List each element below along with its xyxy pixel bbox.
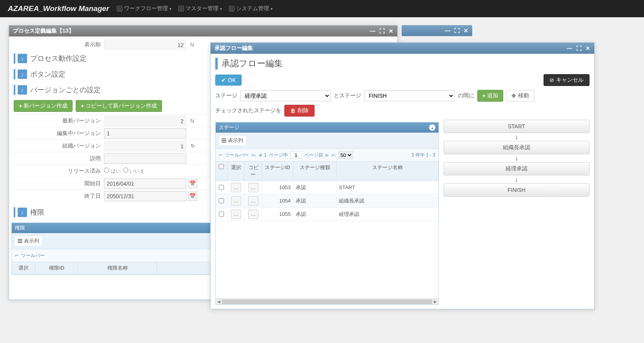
page-end: ページ目 — [304, 152, 323, 159]
table-row: ……1054承認組織長承認 — [216, 194, 438, 208]
pager-next-icon[interactable]: ▶ — [326, 152, 329, 158]
copy-row-button[interactable]: … — [248, 210, 258, 219]
latest-version-letter: N — [188, 118, 196, 124]
maximize-icon[interactable]: ⛶ — [454, 27, 460, 34]
new-version-label: 新バージョン作成 — [24, 102, 67, 109]
win1-titlebar[interactable]: プロセス定義編集【13】 — ⛶ ✕ — [9, 26, 397, 36]
scroll-left-icon[interactable]: ◀ — [217, 299, 220, 304]
delete-button[interactable]: 🗑削除 — [284, 105, 315, 117]
released-yes-radio[interactable] — [104, 168, 109, 173]
copy-row-button[interactable]: … — [248, 183, 258, 192]
nav-system[interactable]: システム管理▾ — [229, 5, 273, 12]
add-button[interactable]: +追加 — [477, 90, 503, 102]
nav-workflow[interactable]: ワークフロー管理▾ — [117, 5, 171, 12]
approval-flow-window: 承認フロー編集 — ⛶ ✕ 承認フロー編集 ✔OK ⊘キャンセル ステージ 経理… — [210, 42, 595, 309]
flow-step[interactable]: 経理承認 — [444, 162, 589, 175]
expand-icon[interactable]: ↕ — [18, 208, 27, 217]
toolbar-icon[interactable]: ⤺ — [15, 253, 19, 258]
win3-titlebar[interactable]: 承認フロー編集 — ⛶ ✕ — [211, 43, 594, 54]
pager-last-icon[interactable]: ⏭ — [331, 152, 336, 158]
collapse-icon[interactable]: ▴ — [429, 124, 435, 131]
move-button[interactable]: ✥移動 — [506, 90, 534, 102]
menu-icon — [117, 6, 122, 11]
checked-label: チェックされたステージを — [215, 107, 281, 114]
expand-icon[interactable]: ↕ — [18, 54, 27, 63]
expand-icon[interactable]: ↕ — [18, 85, 27, 95]
nav-master[interactable]: マスター管理▾ — [178, 5, 222, 12]
stage-name-cell: 経理承認 — [337, 209, 438, 219]
perm-col-id: 権限ID — [35, 262, 78, 274]
ok-label: OK — [228, 77, 236, 83]
toolbar-icon[interactable]: ⤺ — [219, 152, 223, 158]
plus-icon: + — [81, 103, 84, 109]
copy-row-button[interactable]: … — [248, 196, 258, 206]
stage-a-select[interactable]: 経理承認 — [240, 90, 331, 101]
flow-step[interactable]: 組織長承認 — [444, 141, 589, 154]
page-size-select[interactable]: 50 — [338, 151, 353, 159]
released-yes-option[interactable]: はい — [104, 168, 121, 175]
page-input[interactable] — [290, 151, 302, 159]
row-checkbox[interactable] — [219, 198, 224, 203]
caret-icon: ▾ — [169, 7, 171, 11]
ok-button[interactable]: ✔OK — [215, 75, 242, 86]
stage-selector-row: ステージ 経理承認 とステージ FINISH の間に +追加 ✥移動 — [215, 90, 589, 102]
calendar-icon[interactable]: 📅 — [188, 192, 197, 201]
desc-input[interactable] — [104, 153, 186, 164]
select-row-button[interactable]: … — [231, 210, 241, 219]
arrow-down-icon: ↓ — [444, 154, 589, 162]
scroll-track[interactable] — [222, 299, 432, 304]
plus-icon: + — [19, 103, 22, 109]
minimize-icon[interactable]: — — [370, 28, 375, 34]
refresh-icon[interactable]: ↻ — [189, 142, 196, 150]
editing-version-select[interactable] — [104, 128, 186, 139]
end-date-label: 終了日 — [11, 193, 104, 200]
pager-prev-icon[interactable]: ◀ — [258, 152, 262, 158]
flow-step[interactable]: START — [444, 120, 589, 133]
maximize-icon[interactable]: ⛶ — [379, 28, 385, 34]
perm-toolbar-label: ツールバー — [21, 252, 45, 259]
select-row-button[interactable]: … — [231, 183, 241, 192]
perm-col-select: 選択 — [12, 262, 35, 274]
show-columns-label: 表示列 — [24, 237, 39, 244]
select-row-button[interactable]: … — [231, 196, 241, 206]
cancel-button[interactable]: ⊘キャンセル — [544, 74, 589, 86]
stage-b-select[interactable]: FINISH — [364, 90, 455, 101]
ok-cancel-row: ✔OK ⊘キャンセル — [215, 74, 589, 86]
new-version-button[interactable]: +新バージョン作成 — [14, 100, 73, 112]
row-checkbox[interactable] — [219, 185, 224, 190]
row-checkbox[interactable] — [219, 212, 224, 217]
flow-step[interactable]: FINISH — [444, 183, 589, 197]
minimize-icon[interactable]: — — [445, 27, 450, 34]
display-order-value: 12 — [104, 40, 186, 50]
minimized-titlebar[interactable]: — ⛶ ✕ — [402, 25, 472, 36]
calendar-icon[interactable]: 📅 — [188, 179, 197, 188]
end-date-input[interactable] — [104, 191, 186, 201]
show-columns-button[interactable]: 表示列 — [218, 135, 247, 146]
close-icon[interactable]: ✕ — [389, 28, 393, 34]
navbar: AZAREA_Workflow Manager ワークフロー管理▾ マスター管理… — [0, 0, 644, 17]
perm-panel-title: 権限 — [15, 224, 25, 232]
show-columns-button[interactable]: 表示列 — [14, 235, 43, 246]
pager-first-icon[interactable]: ⏮ — [251, 152, 256, 158]
maximize-icon[interactable]: ⛶ — [576, 45, 582, 51]
delete-label: 削除 — [298, 107, 309, 114]
add-label: 追加 — [487, 92, 498, 99]
released-no-option[interactable]: いいえ — [123, 168, 145, 175]
win1-title: プロセス定義編集【13】 — [13, 27, 74, 35]
start-date-input[interactable] — [104, 179, 186, 189]
scroll-right-icon[interactable]: ▶ — [434, 299, 437, 304]
table-row: ……1053承認START — [216, 181, 438, 194]
close-icon[interactable]: ✕ — [586, 45, 590, 51]
close-icon[interactable]: ✕ — [464, 27, 468, 34]
select-all-checkbox[interactable] — [219, 164, 224, 169]
move-label: 移動 — [518, 92, 529, 99]
expand-icon[interactable]: ↕ — [18, 69, 27, 79]
copy-version-button[interactable]: +コピーして新バージョン作成 — [76, 100, 162, 112]
released-no-radio[interactable] — [123, 168, 128, 173]
minimize-icon[interactable]: — — [567, 45, 572, 51]
ban-icon: ⊘ — [549, 77, 554, 83]
h-scrollbar[interactable]: ◀ ▶ — [216, 298, 438, 305]
table-row: ……1055承認経理承認 — [216, 208, 438, 221]
released-yes-label: はい — [111, 168, 121, 174]
page-title-row: 承認フロー編集 — [215, 58, 589, 69]
